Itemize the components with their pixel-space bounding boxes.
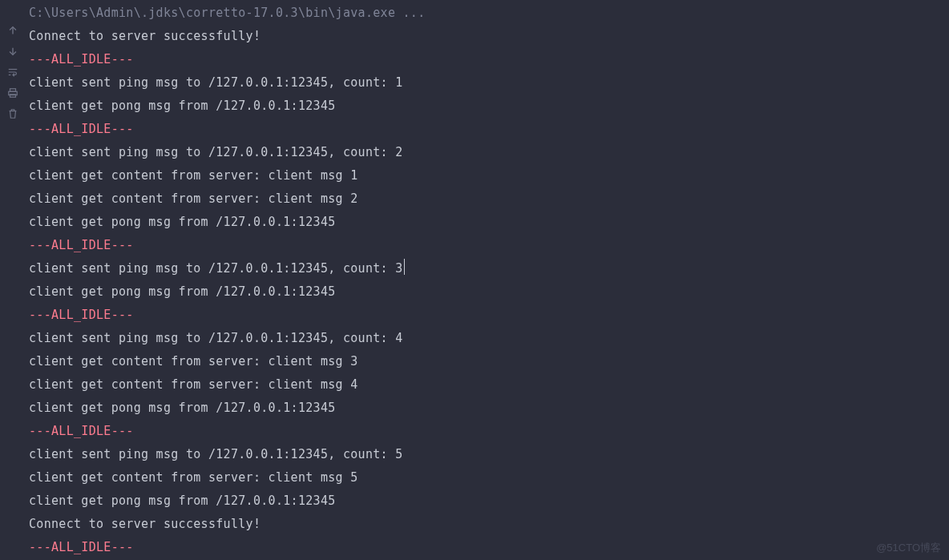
arrow-up-icon[interactable] bbox=[6, 24, 19, 37]
console-line: client sent ping msg to /127.0.0.1:12345… bbox=[29, 327, 947, 350]
console-line: Connect to server successfully! bbox=[29, 25, 947, 48]
console-line: client get pong msg from /127.0.0.1:1234… bbox=[29, 397, 947, 420]
console-line: ---ALL_IDLE--- bbox=[29, 234, 947, 257]
console-line: client get pong msg from /127.0.0.1:1234… bbox=[29, 211, 947, 234]
console-line: client get content from server: client m… bbox=[29, 164, 947, 187]
console-line: ---ALL_IDLE--- bbox=[29, 304, 947, 327]
console-line: client sent ping msg to /127.0.0.1:12345… bbox=[29, 141, 947, 164]
console-line: Connect to server successfully! bbox=[29, 513, 947, 536]
console-line: ---ALL_IDLE--- bbox=[29, 536, 947, 559]
console-output[interactable]: C:\Users\Admin\.jdks\corretto-17.0.3\bin… bbox=[26, 0, 949, 560]
console-line: ---ALL_IDLE--- bbox=[29, 118, 947, 141]
print-icon[interactable] bbox=[6, 87, 19, 99]
console-line: client get pong msg from /127.0.0.1:1234… bbox=[29, 280, 947, 304]
console-line: client get pong msg from /127.0.0.1:1234… bbox=[29, 489, 947, 513]
watermark: @51CTO博客 bbox=[876, 541, 941, 555]
text-cursor bbox=[404, 259, 405, 275]
console-line: ---ALL_IDLE--- bbox=[29, 420, 947, 443]
console-line: client get content from server: client m… bbox=[29, 187, 947, 211]
console-gutter bbox=[0, 0, 26, 560]
console-line: client get pong msg from /127.0.0.1:1234… bbox=[29, 95, 947, 118]
console-line: client sent ping msg to /127.0.0.1:12345… bbox=[29, 257, 947, 280]
console-line: client get content from server: client m… bbox=[29, 466, 947, 489]
arrow-down-icon[interactable] bbox=[6, 45, 19, 58]
ide-console-panel: C:\Users\Admin\.jdks\corretto-17.0.3\bin… bbox=[0, 0, 949, 560]
trash-icon[interactable] bbox=[6, 107, 19, 120]
console-line: C:\Users\Admin\.jdks\corretto-17.0.3\bin… bbox=[29, 2, 947, 25]
svg-rect-2 bbox=[10, 95, 16, 98]
console-line: client get content from server: client m… bbox=[29, 373, 947, 397]
console-line: ---ALL_IDLE--- bbox=[29, 48, 947, 71]
console-line: client sent ping msg to /127.0.0.1:12345… bbox=[29, 443, 947, 466]
wrap-lines-icon[interactable] bbox=[6, 66, 19, 79]
console-line: client get content from server: client m… bbox=[29, 350, 947, 373]
console-line: client sent ping msg to /127.0.0.1:12345… bbox=[29, 71, 947, 95]
